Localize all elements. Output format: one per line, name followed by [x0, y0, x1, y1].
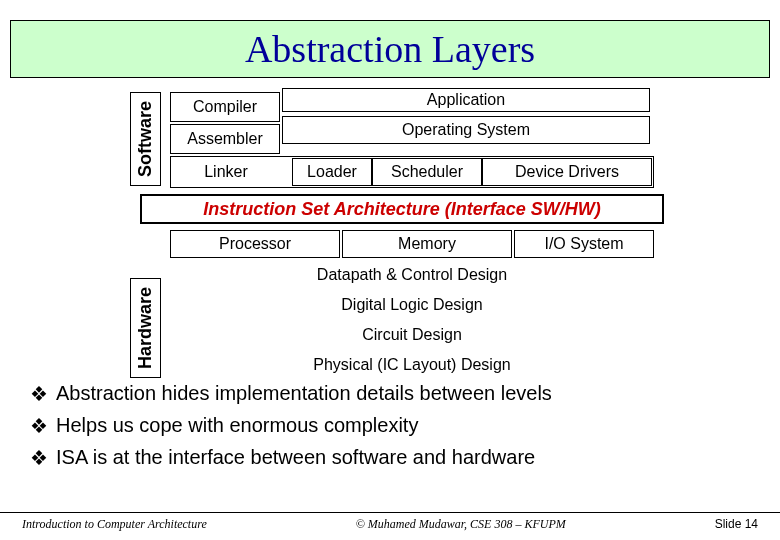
diamond-bullet-icon: ❖: [30, 414, 48, 438]
box-application: Application: [282, 88, 650, 112]
box-io: I/O System: [514, 230, 654, 258]
bullet-text: Helps us cope with enormous complexity: [56, 414, 418, 437]
diamond-bullet-icon: ❖: [30, 446, 48, 470]
box-linker: Linker: [176, 158, 276, 186]
row-datapath: Datapath & Control Design: [170, 266, 654, 284]
slide-title: Abstraction Layers: [10, 20, 770, 78]
software-label: Software: [130, 92, 161, 186]
footer-left: Introduction to Computer Architecture: [22, 517, 207, 532]
footer-right: Slide 14: [715, 517, 758, 532]
bullet-text: Abstraction hides implementation details…: [56, 382, 552, 405]
bullet-item: ❖ Abstraction hides implementation detai…: [30, 382, 760, 406]
bullet-item: ❖ ISA is at the interface between softwa…: [30, 446, 760, 470]
box-compiler: Compiler: [170, 92, 280, 122]
slide-footer: Introduction to Computer Architecture © …: [0, 512, 780, 532]
bullet-list: ❖ Abstraction hides implementation detai…: [30, 382, 760, 470]
box-processor: Processor: [170, 230, 340, 258]
box-assembler: Assembler: [170, 124, 280, 154]
row-circuit: Circuit Design: [170, 326, 654, 344]
box-isa: Instruction Set Architecture (Interface …: [140, 194, 664, 224]
bullet-text: ISA is at the interface between software…: [56, 446, 535, 469]
abstraction-diagram: Software Hardware Compiler Application A…: [10, 88, 770, 368]
diamond-bullet-icon: ❖: [30, 382, 48, 406]
footer-center: © Muhamed Mudawar, CSE 308 – KFUPM: [356, 517, 566, 532]
box-memory: Memory: [342, 230, 512, 258]
row-physical: Physical (IC Layout) Design: [170, 356, 654, 374]
row-digital: Digital Logic Design: [170, 296, 654, 314]
hardware-label: Hardware: [130, 278, 161, 378]
box-device-drivers: Device Drivers: [482, 158, 652, 186]
bullet-item: ❖ Helps us cope with enormous complexity: [30, 414, 760, 438]
box-os: Operating System: [282, 116, 650, 144]
box-loader: Loader: [292, 158, 372, 186]
box-scheduler: Scheduler: [372, 158, 482, 186]
